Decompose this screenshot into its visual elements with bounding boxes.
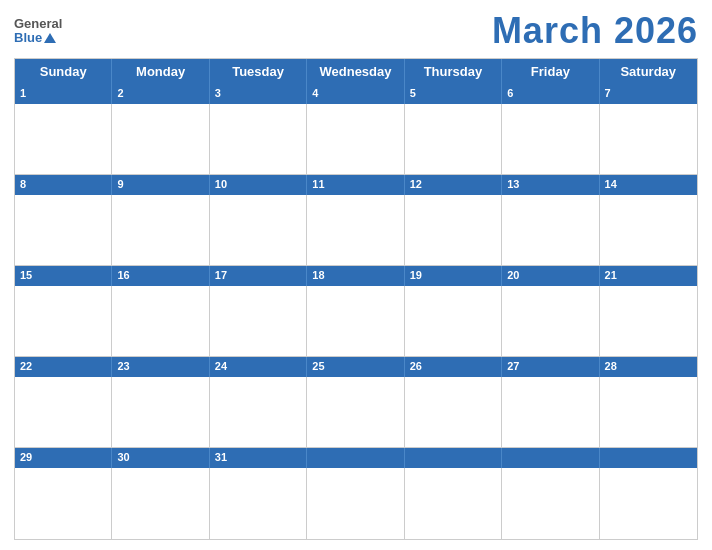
calendar-page: General Blue March 2026 Sunday Monday Tu… bbox=[0, 0, 712, 550]
week-4: 22 23 24 25 26 27 28 bbox=[15, 357, 697, 448]
day-16: 16 bbox=[112, 266, 209, 286]
cell-26 bbox=[405, 377, 502, 448]
week-5-cells bbox=[15, 468, 697, 539]
week-4-cells bbox=[15, 377, 697, 448]
cell-empty-4 bbox=[600, 468, 697, 539]
header-tuesday: Tuesday bbox=[210, 59, 307, 84]
header-wednesday: Wednesday bbox=[307, 59, 404, 84]
cell-empty-3 bbox=[502, 468, 599, 539]
day-26: 26 bbox=[405, 357, 502, 377]
week-5-numbers: 29 30 31 bbox=[15, 448, 697, 468]
cell-5 bbox=[405, 104, 502, 175]
day-21: 21 bbox=[600, 266, 697, 286]
header-saturday: Saturday bbox=[600, 59, 697, 84]
cell-24 bbox=[210, 377, 307, 448]
day-empty-3 bbox=[502, 448, 599, 468]
day-empty-2 bbox=[405, 448, 502, 468]
day-18: 18 bbox=[307, 266, 404, 286]
cell-12 bbox=[405, 195, 502, 266]
day-5: 5 bbox=[405, 84, 502, 104]
cell-1 bbox=[15, 104, 112, 175]
week-1: 1 2 3 4 5 6 7 bbox=[15, 84, 697, 175]
cell-13 bbox=[502, 195, 599, 266]
cell-8 bbox=[15, 195, 112, 266]
day-24: 24 bbox=[210, 357, 307, 377]
day-6: 6 bbox=[502, 84, 599, 104]
week-4-numbers: 22 23 24 25 26 27 28 bbox=[15, 357, 697, 377]
week-3-numbers: 15 16 17 18 19 20 21 bbox=[15, 266, 697, 286]
day-10: 10 bbox=[210, 175, 307, 195]
header-thursday: Thursday bbox=[405, 59, 502, 84]
day-9: 9 bbox=[112, 175, 209, 195]
cell-19 bbox=[405, 286, 502, 357]
day-30: 30 bbox=[112, 448, 209, 468]
day-23: 23 bbox=[112, 357, 209, 377]
day-11: 11 bbox=[307, 175, 404, 195]
week-3-cells bbox=[15, 286, 697, 357]
cell-11 bbox=[307, 195, 404, 266]
cell-31 bbox=[210, 468, 307, 539]
logo-blue-text: Blue bbox=[14, 30, 42, 45]
logo-triangle-icon bbox=[44, 33, 56, 43]
cell-4 bbox=[307, 104, 404, 175]
week-1-cells bbox=[15, 104, 697, 175]
calendar: Sunday Monday Tuesday Wednesday Thursday… bbox=[14, 58, 698, 540]
cell-22 bbox=[15, 377, 112, 448]
day-17: 17 bbox=[210, 266, 307, 286]
header: General Blue March 2026 bbox=[14, 10, 698, 52]
cell-25 bbox=[307, 377, 404, 448]
cell-27 bbox=[502, 377, 599, 448]
cell-20 bbox=[502, 286, 599, 357]
day-14: 14 bbox=[600, 175, 697, 195]
header-monday: Monday bbox=[112, 59, 209, 84]
cell-30 bbox=[112, 468, 209, 539]
cell-23 bbox=[112, 377, 209, 448]
cell-3 bbox=[210, 104, 307, 175]
day-15: 15 bbox=[15, 266, 112, 286]
week-3: 15 16 17 18 19 20 21 bbox=[15, 266, 697, 357]
day-27: 27 bbox=[502, 357, 599, 377]
month-title: March 2026 bbox=[492, 10, 698, 52]
cell-14 bbox=[600, 195, 697, 266]
header-friday: Friday bbox=[502, 59, 599, 84]
cell-15 bbox=[15, 286, 112, 357]
day-12: 12 bbox=[405, 175, 502, 195]
day-22: 22 bbox=[15, 357, 112, 377]
cell-2 bbox=[112, 104, 209, 175]
cell-6 bbox=[502, 104, 599, 175]
day-4: 4 bbox=[307, 84, 404, 104]
cell-9 bbox=[112, 195, 209, 266]
day-empty-4 bbox=[600, 448, 697, 468]
day-1: 1 bbox=[15, 84, 112, 104]
day-8: 8 bbox=[15, 175, 112, 195]
week-2-numbers: 8 9 10 11 12 13 14 bbox=[15, 175, 697, 195]
cell-28 bbox=[600, 377, 697, 448]
cell-29 bbox=[15, 468, 112, 539]
day-28: 28 bbox=[600, 357, 697, 377]
week-2: 8 9 10 11 12 13 14 bbox=[15, 175, 697, 266]
day-25: 25 bbox=[307, 357, 404, 377]
week-1-numbers: 1 2 3 4 5 6 7 bbox=[15, 84, 697, 104]
day-7: 7 bbox=[600, 84, 697, 104]
day-headers-row: Sunday Monday Tuesday Wednesday Thursday… bbox=[15, 59, 697, 84]
cell-16 bbox=[112, 286, 209, 357]
cell-empty-1 bbox=[307, 468, 404, 539]
day-3: 3 bbox=[210, 84, 307, 104]
cell-empty-2 bbox=[405, 468, 502, 539]
day-31: 31 bbox=[210, 448, 307, 468]
week-5: 29 30 31 bbox=[15, 448, 697, 539]
day-empty-1 bbox=[307, 448, 404, 468]
cell-21 bbox=[600, 286, 697, 357]
day-29: 29 bbox=[15, 448, 112, 468]
cell-17 bbox=[210, 286, 307, 357]
day-13: 13 bbox=[502, 175, 599, 195]
logo-blue: Blue bbox=[14, 30, 56, 45]
logo-general: General bbox=[14, 17, 62, 30]
week-2-cells bbox=[15, 195, 697, 266]
logo: General Blue bbox=[14, 17, 62, 45]
day-20: 20 bbox=[502, 266, 599, 286]
cell-7 bbox=[600, 104, 697, 175]
weeks-container: 1 2 3 4 5 6 7 bbox=[15, 84, 697, 539]
day-2: 2 bbox=[112, 84, 209, 104]
header-sunday: Sunday bbox=[15, 59, 112, 84]
